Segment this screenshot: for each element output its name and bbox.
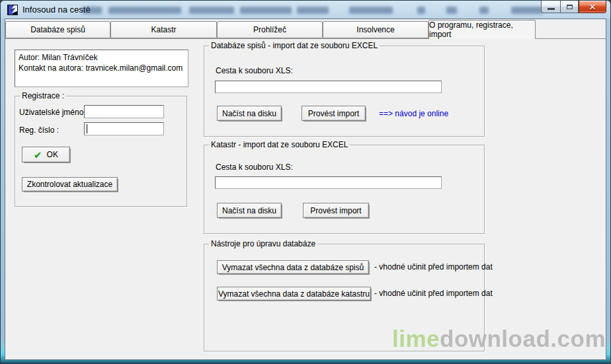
clear-spisy-button[interactable]: Vymazat všechna data z databáze spisů [217,260,369,274]
import-katastr-group: Katastr - import dat ze souboru EXCEL Ce… [204,145,485,234]
text-caret [87,124,87,133]
import-katastr-legend: Katastr - import dat ze souboru EXCEL [209,140,350,149]
watermark: limedownload.com [392,326,606,352]
xls-path-field[interactable] [215,81,442,93]
tab-insolvence[interactable]: Insolvence [323,21,428,38]
check-updates-button[interactable]: Zkontrolovat aktualizace [22,177,118,192]
registration-legend: Registrace : [20,91,66,100]
clear-spisy-note: - vhodné učinit před importem dat [374,262,493,272]
tab-databaze-spisu[interactable]: Databáze spisů [5,21,110,38]
glass-ghost [479,7,489,14]
glass-ghost [108,7,181,14]
app-window: Infosoud na cestě ✕ Databáze spisů Katas… [0,0,611,364]
maximize-button[interactable] [560,1,579,13]
username-field[interactable] [84,105,164,118]
window-title: Infosoud na cestě [22,1,91,19]
tab-prohlizec[interactable]: Prohlížeč [217,21,323,38]
glass-ghost [82,7,102,14]
glass-ghost [349,7,393,14]
titlebar[interactable]: Infosoud na cestě ✕ [1,1,610,19]
minimize-icon [548,8,555,10]
run-import-button[interactable]: Provést import [303,203,369,218]
username-label: Uživatelské jméno : [19,108,88,117]
check-icon: ✔ [34,150,42,160]
maximize-icon [567,5,573,9]
glass-ghost [189,7,234,14]
import-spisy-legend: Databáze spisů - import dat ze souboru E… [209,41,380,50]
tab-katastr[interactable]: Katastr [110,21,217,38]
window-controls: ✕ [541,1,606,13]
run-import-button[interactable]: Provést import [302,106,366,121]
ok-button[interactable]: ✔ OK [22,147,70,163]
glass-ghost [511,7,543,14]
import-spisy-group: Databáze spisů - import dat ze souboru E… [204,46,485,137]
load-from-disk-button[interactable]: Načíst na disku [217,106,282,121]
author-line: Autor: Milan Trávníček [19,52,184,63]
glass-ghost [240,7,292,14]
watermark-green-part: lime [392,326,440,351]
load-from-disk-button[interactable]: Načíst na disku [217,203,282,218]
tab-o-programu[interactable]: O programu, registrace, import [428,20,536,39]
author-info: Autor: Milan Trávníček Kontakt na autora… [15,50,188,87]
clear-katastr-button[interactable]: Vymazat všechna data z databáze katastru [217,287,371,301]
ok-button-label: OK [47,150,58,159]
glass-ghost [417,7,425,14]
clear-katastr-note: - vhodné učinit před importem dat [374,289,493,298]
app-icon [7,5,18,15]
xls-path-label: Cesta k souboru XLS: [216,66,293,75]
minimize-button[interactable] [541,1,560,13]
close-button[interactable]: ✕ [579,1,606,13]
regnum-label: Reg. číslo : [19,126,59,135]
contact-line: Kontakt na autora: travnicek.milan@gmail… [19,63,184,73]
regnum-field[interactable] [84,122,164,135]
xls-path-field[interactable] [215,176,442,189]
registration-group: Registrace : Uživatelské jméno : Reg. čí… [15,96,187,207]
online-manual-link[interactable]: ==> návod je online [379,109,448,118]
watermark-gray-part: download.com [440,326,606,351]
xls-path-label: Cesta k souboru XLS: [216,163,293,172]
glass-ghost [446,7,457,14]
glass-ghost [297,7,329,14]
client-area: Databáze spisů Katastr Prohlížeč Insolve… [5,19,606,359]
db-tools-legend: Nástroje pro úpravu databáze [209,239,317,248]
close-icon: ✕ [589,1,596,13]
